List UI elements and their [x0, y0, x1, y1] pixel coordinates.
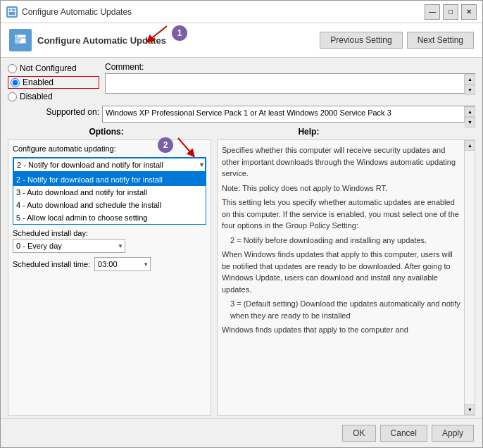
configure-dropdown-list: 2 - Notify for download and notify for i…	[13, 173, 206, 225]
svg-rect-7	[15, 42, 20, 43]
dropdown-option-1[interactable]: 2 - Notify for download and notify for i…	[13, 173, 206, 186]
scheduled-day-group: Scheduled install day: 0 - Every day 1 -…	[13, 229, 206, 253]
disabled-radio[interactable]	[8, 92, 17, 101]
configure-dropdown-area: 2 2 -	[13, 157, 206, 173]
svg-line-8	[149, 26, 167, 40]
help-content: Specifies whether this computer will rec…	[218, 140, 475, 415]
help-panel: Specifies whether this computer will rec…	[217, 139, 475, 416]
window-icon	[6, 6, 18, 18]
comment-textarea[interactable]	[106, 74, 463, 91]
configure-select-container[interactable]: 2 - Notify for download and notify for i…	[13, 157, 206, 173]
badge2-annotation: 2	[158, 135, 199, 153]
supported-scrollbar: ▲ ▼	[464, 106, 475, 122]
disabled-option[interactable]: Disabled	[8, 92, 99, 101]
help-text-6: 3 = (Default setting) Download the updat…	[230, 298, 462, 321]
comment-label: Comment:	[105, 62, 475, 72]
next-setting-button[interactable]: Next Setting	[407, 32, 474, 49]
cancel-button[interactable]: Cancel	[380, 425, 427, 442]
dialog-header: Configure Automatic Updates 1	[1, 23, 482, 58]
main-window: Configure Automatic Updates — □ ✕ Config…	[0, 0, 483, 448]
not-configured-radio[interactable]	[8, 64, 17, 73]
svg-rect-6	[15, 39, 21, 41]
help-scroll-up[interactable]: ▲	[465, 140, 475, 151]
window-title: Configure Automatic Updates	[22, 7, 425, 17]
dropdown-option-3[interactable]: 4 - Auto download and schedule the insta…	[13, 199, 206, 211]
help-text-1: Specifies whether this computer will rec…	[222, 144, 462, 180]
window-controls: — □ ✕	[425, 4, 477, 20]
help-text-2: Note: This policy does not apply to Wind…	[222, 182, 462, 194]
supported-scroll-up[interactable]: ▲	[465, 106, 475, 117]
scheduled-time-group: Scheduled install time: 03:00 00:00 01:0…	[13, 257, 206, 271]
minimize-button[interactable]: —	[425, 4, 440, 20]
dropdown-option-2[interactable]: 3 - Auto download and notify for install	[13, 186, 206, 199]
header-left: Configure Automatic Updates 1	[9, 29, 166, 51]
help-scroll-track	[465, 151, 475, 404]
svg-rect-0	[8, 8, 15, 15]
scheduled-day-select[interactable]: 0 - Every day 1 - Sunday 2 - Monday	[13, 239, 125, 253]
close-button[interactable]: ✕	[461, 4, 477, 20]
previous-setting-button[interactable]: Previous Setting	[320, 32, 402, 49]
not-configured-option[interactable]: Not Configured	[8, 63, 99, 73]
configure-select-display[interactable]: 2 - Notify for download and notify for i…	[13, 157, 206, 173]
supported-label: Supported on:	[8, 106, 99, 117]
supported-scroll-down[interactable]: ▼	[465, 117, 475, 127]
enabled-option[interactable]: Enabled	[8, 76, 99, 89]
dialog-footer: OK Cancel Apply	[1, 418, 482, 447]
scroll-up-btn[interactable]: ▲	[465, 74, 475, 85]
comment-field-container: ▲ ▼	[105, 73, 475, 94]
apply-button[interactable]: Apply	[432, 425, 474, 442]
annotation-badge-2: 2	[158, 137, 173, 153]
scheduled-day-label: Scheduled install day:	[13, 229, 206, 237]
supported-value-container: Windows XP Professional Service Pack 1 o…	[102, 106, 475, 123]
radio-group: Not Configured Enabled Disabled	[8, 62, 99, 101]
annotation-badge-1: 1	[172, 25, 187, 41]
enabled-radio[interactable]	[11, 78, 20, 87]
policy-icon	[9, 29, 32, 51]
scheduled-time-label: Scheduled install time:	[13, 260, 90, 268]
scheduled-day-select-wrapper[interactable]: 0 - Every day 1 - Sunday 2 - Monday ▼	[13, 239, 125, 253]
ok-button[interactable]: OK	[342, 425, 375, 442]
help-text-3: This setting lets you specify whether au…	[222, 197, 462, 232]
help-scrollbar: ▲ ▼	[464, 140, 475, 415]
spacer	[8, 127, 83, 137]
svg-line-9	[178, 138, 192, 154]
scroll-down-btn[interactable]: ▼	[465, 85, 475, 95]
help-text-4: 2 = Notify before downloading and instal…	[230, 235, 462, 247]
help-text-7: Windows finds updates that apply to the …	[222, 324, 462, 336]
comment-scrollbar: ▲ ▼	[464, 74, 475, 93]
help-scroll-down[interactable]: ▼	[465, 404, 475, 415]
scheduled-time-select[interactable]: 03:00 00:00 01:00	[94, 257, 151, 271]
scheduled-time-select-wrapper[interactable]: 03:00 00:00 01:00 ▼	[94, 257, 151, 271]
title-bar: Configure Automatic Updates — □ ✕	[1, 1, 482, 23]
maximize-button[interactable]: □	[443, 4, 458, 20]
navigation-buttons: Previous Setting Next Setting	[320, 32, 474, 49]
help-section-label: Help:	[298, 127, 319, 137]
help-text-5: When Windows finds updates that apply to…	[222, 249, 462, 295]
dropdown-option-4[interactable]: 5 - Allow local admin to choose setting	[13, 211, 206, 224]
options-panel: Configure automatic updating: 2	[8, 139, 211, 416]
supported-value: Windows XP Professional Service Pack 1 o…	[106, 108, 391, 117]
